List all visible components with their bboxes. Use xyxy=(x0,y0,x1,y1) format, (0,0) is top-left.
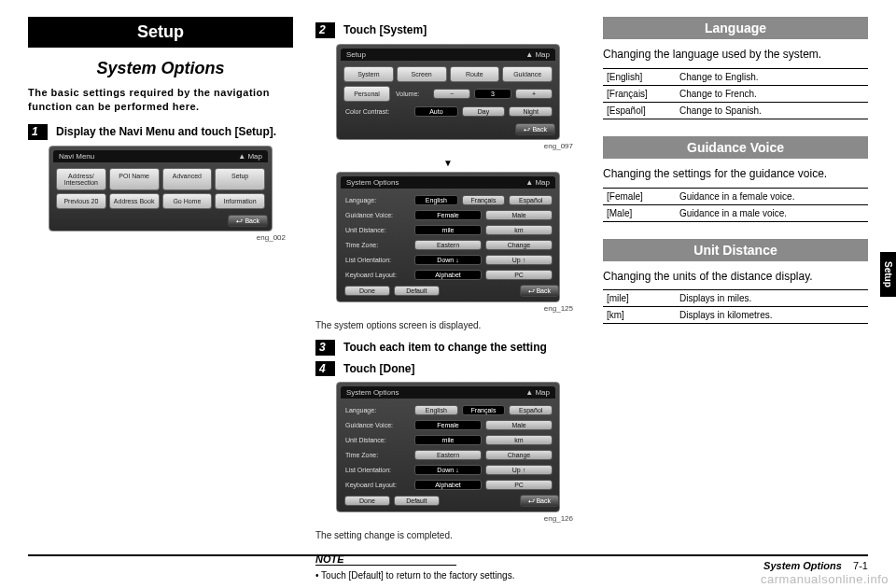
setup-tab-route[interactable]: Route xyxy=(450,66,500,82)
option-button[interactable]: Eastern xyxy=(414,450,482,460)
option-button[interactable]: Français xyxy=(462,405,506,415)
table-row: [Male]Guidance in a male voice. xyxy=(603,204,868,221)
option-button[interactable]: Español xyxy=(509,405,553,415)
step-4-number: 4 xyxy=(315,361,335,377)
figure-ref-4: eng_126 xyxy=(315,514,573,523)
option-button[interactable]: English xyxy=(414,405,458,415)
option-button[interactable]: Change xyxy=(485,450,553,460)
step-4: 4 Touch [Done] xyxy=(315,361,581,377)
navi-btn-address[interactable]: Address/ Intersection xyxy=(56,168,106,190)
option-button[interactable]: mile xyxy=(414,435,482,445)
option-key: [km] xyxy=(603,307,676,324)
navi-btn-poi[interactable]: POI Name xyxy=(109,168,160,190)
option-button[interactable]: Down ↓ xyxy=(414,255,482,265)
option-button[interactable]: Español xyxy=(509,195,553,205)
section-title: System Options xyxy=(28,59,293,78)
option-label: List Orientation: xyxy=(343,257,411,263)
step-1: 1 Display the Navi Menu and touch [Setup… xyxy=(28,124,293,140)
map-button[interactable]: ▲ Map xyxy=(525,50,550,59)
screenshot-navi-menu: Navi Menu ▲ Map Address/ Intersection PO… xyxy=(49,146,273,231)
default-button[interactable]: Default xyxy=(394,286,440,296)
setup-tab-personal[interactable]: Personal xyxy=(343,86,390,102)
option-desc: Change to English. xyxy=(676,68,868,85)
step-1-number: 1 xyxy=(28,124,48,140)
map-button[interactable]: ▲ Map xyxy=(238,152,262,161)
map-button[interactable]: ▲ Map xyxy=(525,388,550,397)
figure-ref-1: eng_002 xyxy=(28,233,286,242)
contrast-auto[interactable]: Auto xyxy=(414,106,458,117)
option-button[interactable]: mile xyxy=(414,225,482,235)
option-key: [Español] xyxy=(603,102,676,119)
navi-btn-addressbook[interactable]: Address Book xyxy=(109,193,160,209)
step-2-number: 2 xyxy=(315,22,335,38)
caption-4: The setting change is completed. xyxy=(315,530,581,540)
step-3-number: 3 xyxy=(315,340,335,356)
volume-plus[interactable]: + xyxy=(515,89,553,99)
contrast-day[interactable]: Day xyxy=(462,106,506,117)
footer-section: System Options xyxy=(763,560,842,571)
back-button[interactable]: ⮐ Back xyxy=(520,495,560,507)
watermark: carmanualsonline.info xyxy=(761,572,889,586)
option-button[interactable]: km xyxy=(485,435,553,445)
option-button[interactable]: Male xyxy=(485,210,553,220)
setup-banner: Setup xyxy=(28,17,293,48)
option-button[interactable]: English xyxy=(414,195,458,205)
contrast-night[interactable]: Night xyxy=(509,106,553,117)
option-button[interactable]: Change xyxy=(485,240,553,250)
done-button[interactable]: Done xyxy=(344,286,390,296)
setup-tab-system[interactable]: System xyxy=(343,66,394,82)
step-3: 3 Touch each item to change the setting xyxy=(315,340,581,356)
option-button[interactable]: Français xyxy=(462,195,506,205)
done-button[interactable]: Done xyxy=(344,496,390,506)
unit-desc: Changing the units of the distance displ… xyxy=(603,269,868,285)
volume-label: Volume: xyxy=(394,91,429,97)
option-button[interactable]: Male xyxy=(485,420,553,430)
option-key: [mile] xyxy=(603,290,676,307)
note-body: • Touch [Default] to return to the facto… xyxy=(315,570,581,581)
navi-btn-setup[interactable]: Setup xyxy=(215,168,265,190)
default-button[interactable]: Default xyxy=(394,496,440,506)
volume-value: 3 xyxy=(474,89,511,99)
option-key: [Female] xyxy=(603,188,676,204)
option-button[interactable]: Alphabet xyxy=(414,480,482,490)
option-label: Guidance Voice: xyxy=(343,422,411,428)
back-button[interactable]: ⮐ Back xyxy=(228,215,268,227)
navi-btn-gohome[interactable]: Go Home xyxy=(162,193,213,209)
option-button[interactable]: Female xyxy=(414,210,482,220)
option-button[interactable]: Female xyxy=(414,420,482,430)
down-arrow-icon: ▼ xyxy=(315,158,581,168)
footer-page-number: 7-1 xyxy=(853,560,868,571)
option-label: Language: xyxy=(343,197,411,203)
option-desc: Change to French. xyxy=(676,85,868,102)
map-button[interactable]: ▲ Map xyxy=(525,178,550,187)
option-label: Keyboard Layout: xyxy=(343,272,411,278)
guidance-desc: Changing the settings for the guidance v… xyxy=(603,166,868,182)
volume-minus[interactable]: − xyxy=(433,89,470,99)
setup-tab-guidance[interactable]: Guidance xyxy=(502,66,553,82)
guidance-table: [Female]Guidance in a female voice.[Male… xyxy=(603,188,868,222)
option-desc: Guidance in a male voice. xyxy=(676,204,868,221)
step-1-text: Display the Navi Menu and touch [Setup]. xyxy=(56,125,276,138)
step-4-text: Touch [Done] xyxy=(343,362,414,375)
option-button[interactable]: Up ↑ xyxy=(485,255,553,265)
navi-btn-information[interactable]: Information xyxy=(215,193,265,209)
table-row: [km]Displays in kilometres. xyxy=(603,307,868,324)
column-3: Language Changing the language used by t… xyxy=(603,17,868,581)
option-button[interactable]: Up ↑ xyxy=(485,465,553,475)
language-heading: Language xyxy=(603,17,868,39)
navi-btn-advanced[interactable]: Advanced xyxy=(162,168,213,190)
caption-3: The system options screen is displayed. xyxy=(315,320,581,330)
back-button[interactable]: ⮐ Back xyxy=(515,123,555,135)
option-label: Guidance Voice: xyxy=(343,212,411,218)
option-button[interactable]: km xyxy=(485,225,553,235)
contrast-label: Color Contrast: xyxy=(343,108,411,115)
option-button[interactable]: PC xyxy=(485,270,553,280)
option-button[interactable]: Alphabet xyxy=(414,270,482,280)
option-button[interactable]: Down ↓ xyxy=(414,465,482,475)
back-button[interactable]: ⮐ Back xyxy=(520,285,560,297)
option-button[interactable]: Eastern xyxy=(414,240,482,250)
setup-tab-screen[interactable]: Screen xyxy=(397,66,447,82)
table-row: [mile]Displays in miles. xyxy=(603,290,868,307)
option-button[interactable]: PC xyxy=(485,480,553,490)
navi-btn-previous[interactable]: Previous 20 xyxy=(56,193,106,209)
